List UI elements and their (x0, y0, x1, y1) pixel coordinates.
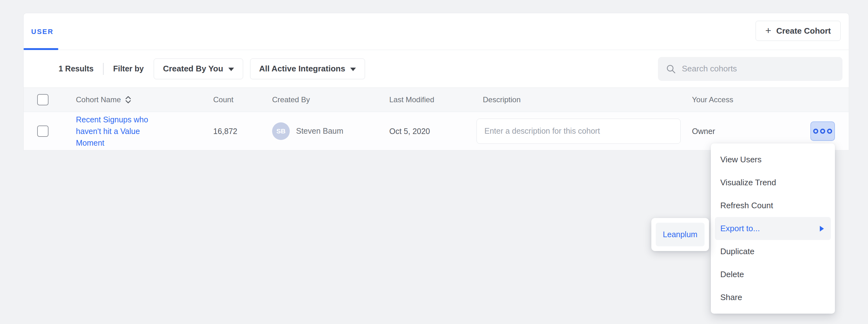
integrations-dropdown-label: All Active Integrations (259, 64, 345, 74)
search-box[interactable] (658, 57, 842, 81)
table-header-row: Cohort Name Count Created By Last Modifi… (24, 87, 849, 112)
submenu-item-leanplum[interactable]: Leanplum (656, 223, 705, 246)
tab-bar: USER + Create Cohort (24, 13, 849, 50)
filter-bar: 1 Results Filter by Created By You All A… (24, 50, 849, 87)
cohort-name-link[interactable]: Recent Signups who haven't hit a Value M… (76, 114, 155, 148)
menu-item-view-users[interactable]: View Users (711, 148, 835, 171)
results-count: 1 Results (59, 64, 94, 73)
chevron-right-icon (820, 226, 824, 231)
menu-item-share[interactable]: Share (711, 286, 835, 309)
menu-item-visualize-trend[interactable]: Visualize Trend (711, 171, 835, 194)
cohorts-panel: USER + Create Cohort 1 Results Filter by… (23, 13, 849, 150)
select-all-checkbox[interactable] (37, 94, 49, 105)
header-count: Count (213, 95, 234, 104)
sort-icon (125, 95, 132, 104)
three-dots-icon (827, 129, 832, 134)
search-icon (665, 64, 676, 74)
create-cohort-label: Create Cohort (776, 26, 831, 36)
row-actions-menu: View Users Visualize Trend Refresh Count… (711, 143, 835, 314)
menu-item-refresh-count[interactable]: Refresh Count (711, 194, 835, 217)
menu-item-duplicate[interactable]: Duplicate (711, 240, 835, 263)
description-input[interactable] (476, 118, 681, 144)
header-your-access: Your Access (692, 95, 733, 104)
chevron-down-icon (228, 68, 234, 71)
header-description: Description (483, 95, 521, 104)
plus-icon: + (765, 26, 771, 36)
create-cohort-button[interactable]: + Create Cohort (755, 21, 841, 41)
cohort-count: 16,872 (213, 127, 237, 136)
chevron-down-icon (350, 68, 356, 71)
three-dots-icon (813, 129, 818, 134)
export-submenu: Leanplum (651, 218, 709, 251)
header-created-by: Created By (272, 95, 310, 104)
three-dots-icon (820, 129, 825, 134)
integrations-dropdown[interactable]: All Active Integrations (250, 59, 365, 79)
created-by-dropdown[interactable]: Created By You (154, 59, 243, 79)
header-last-modified: Last Modified (389, 95, 434, 104)
row-actions-button[interactable] (810, 121, 835, 141)
tab-user[interactable]: USER (31, 28, 54, 36)
search-input[interactable] (682, 64, 835, 74)
creator-name: Steven Baum (296, 127, 343, 136)
creator-cell: SB Steven Baum (272, 122, 343, 140)
header-cohort-name[interactable]: Cohort Name (76, 95, 132, 104)
last-modified-date: Oct 5, 2020 (389, 127, 430, 136)
row-checkbox[interactable] (37, 125, 49, 137)
divider (103, 63, 104, 75)
avatar: SB (272, 122, 290, 140)
access-level: Owner (692, 127, 715, 136)
created-by-dropdown-label: Created By You (163, 64, 223, 74)
filter-by-label: Filter by (113, 64, 144, 73)
menu-item-delete[interactable]: Delete (711, 263, 835, 286)
menu-item-export-to[interactable]: Export to... (715, 217, 831, 240)
